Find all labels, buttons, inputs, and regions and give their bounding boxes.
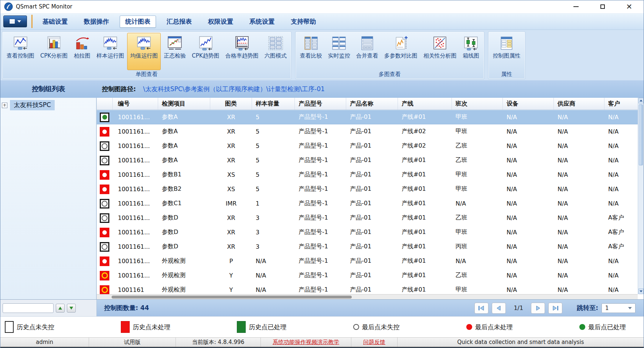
feedback-link[interactable]: 问题反馈 (351, 338, 398, 347)
scroll-down-icon[interactable] (638, 289, 644, 294)
menu-item[interactable]: 汇总报表 (161, 15, 197, 28)
column-header-status[interactable] (97, 98, 113, 110)
table-row[interactable]: 1001161... 参数D XR 3 产品型号-1 产品-01 产线#01 甲… (97, 225, 644, 240)
tree-node-root[interactable]: + 太友科技SPC (2, 100, 95, 110)
status-icon (100, 113, 109, 122)
video-tutorial-link[interactable]: 系统功能操作视频演示教学 (261, 338, 351, 347)
ribbon-button[interactable]: CPK分析图 (37, 33, 71, 70)
ribbon-button[interactable]: 合格率趋势图 (222, 33, 262, 70)
ribbon-button[interactable]: 相关性分析图 (420, 33, 460, 70)
cell-sample-size: 5 (252, 157, 295, 164)
cell-supplier: N/A (554, 214, 604, 221)
cell-sample-size: 3 (252, 243, 295, 250)
cell-device: N/A (503, 229, 554, 236)
ribbon-button[interactable]: 正态检验 (161, 33, 189, 70)
cell-item: 参数A (158, 156, 210, 164)
table-row[interactable]: 1001161... 外观检测 P N/A 产品型号-1 产品-01 产线#01… (97, 254, 644, 268)
spin-down-button[interactable] (67, 304, 76, 313)
cell-device: N/A (503, 186, 554, 193)
ribbon-button[interactable]: 实时监控 (325, 33, 353, 70)
table-footer-band: 控制图数量: 44 1/1 跳转至: 1 (97, 300, 644, 316)
table-row[interactable]: 1001161... 参数D XR 3 产品型号-1 产品-01 产线#01 乙… (97, 211, 644, 225)
ribbon-toolbar: 查看控制图 CPK分析图 柏拉图 样本运行图 均值运行图 正态检验 (0, 30, 644, 80)
column-header-line[interactable]: 产线 (398, 98, 452, 110)
maximize-button[interactable] (597, 2, 608, 11)
ribbon-group-single-view: 查看控制图 CPK分析图 柏拉图 样本运行图 均值运行图 正态检验 (2, 31, 292, 79)
menu-item[interactable]: 基础设置 (37, 15, 73, 28)
ribbon-button[interactable]: 控制图属性 (490, 33, 524, 70)
next-page-button[interactable] (531, 303, 545, 314)
ribbon-button[interactable]: 均值运行图 (127, 33, 161, 70)
cell-shift: 甲班 (452, 171, 503, 179)
horizontal-scrollbar-thumb[interactable] (112, 296, 352, 299)
table-row[interactable]: 1001161... 参数A XR 5 产品型号-1 产品-01 产线#02 甲… (97, 124, 644, 139)
cell-supplier: N/A (554, 128, 604, 135)
ribbon-button[interactable]: 六图模式 (262, 33, 290, 70)
column-header-product-model[interactable]: 产品型号 (295, 98, 346, 110)
column-header-item[interactable]: 检测项目 (158, 98, 210, 110)
status-icon (100, 170, 109, 180)
table-row[interactable]: 1001161... 参数A XR 5 产品型号-1 产品-01 产线#01 乙… (97, 153, 644, 168)
chart-button-icon (359, 35, 376, 51)
column-header-chart-type[interactable]: 图类 (210, 98, 252, 110)
table-row[interactable]: 1001161... 参数C1 IMR 1 产品型号-1 产品-01 产线#01… (97, 196, 644, 211)
spin-up-button[interactable] (56, 304, 65, 313)
column-header-supplier[interactable]: 供应商 (554, 98, 604, 110)
minimize-button[interactable] (570, 2, 582, 11)
menu-item[interactable]: 支持帮助 (285, 15, 321, 28)
ribbon-button[interactable]: 柏拉图 (71, 33, 93, 70)
cell-id: 1001161... (113, 200, 158, 207)
cell-device: N/A (503, 128, 554, 135)
first-page-button[interactable] (474, 303, 488, 314)
table-row[interactable]: 1001161... 参数A XR 5 产品型号-1 产品-01 产线#01 甲… (97, 110, 644, 124)
table-row[interactable]: 1001161... 参数A XR 5 产品型号-1 产品-01 产线#02 乙… (97, 139, 644, 153)
ribbon-button[interactable]: 查看控制图 (4, 33, 37, 70)
cell-product-model: 产品型号-1 (295, 156, 346, 164)
menu-item[interactable]: 统计图表 (120, 15, 156, 28)
table-row[interactable]: 1001161 外观检测 Y N/A 产品型号-1 产品-01 产线#01 甲班… (97, 283, 644, 294)
column-header-product-name[interactable]: 产品名称 (346, 98, 398, 110)
menu-item[interactable]: 权限设置 (202, 15, 239, 28)
jump-page-select[interactable]: 1 (602, 303, 636, 313)
menu-item[interactable]: 数据操作 (78, 15, 115, 28)
ribbon-button[interactable]: 多参数对比图 (381, 33, 420, 70)
ribbon-button[interactable]: CPK趋势图 (189, 33, 222, 70)
cell-item: 参数A (158, 142, 210, 150)
table-row[interactable]: 1001161... 参数B1 XS 5 产品型号-1 产品-01 产线#01 … (97, 168, 644, 182)
ribbon-button[interactable]: 查看比较 (297, 33, 325, 70)
ribbon-button[interactable]: 样本运行图 (93, 33, 127, 70)
path-band: 控制组列表 控制图路径: \太友科技SPC\参考案例（以工序顺序构建）\计量型检… (0, 80, 644, 98)
app-menu-button[interactable] (3, 15, 27, 27)
scroll-up-icon[interactable] (638, 98, 644, 103)
status-icon (100, 156, 109, 165)
close-button[interactable]: ✕ (624, 2, 635, 11)
column-header-shift[interactable]: 班次 (452, 98, 503, 110)
cell-device: N/A (503, 142, 554, 149)
cell-chart-type: XR (210, 142, 252, 149)
ribbon-button[interactable]: 合并查看 (353, 33, 381, 70)
table-row[interactable]: 1001161... 参数D XR 3 产品型号-1 产品-01 产线#01 丙… (97, 240, 644, 254)
status-edition-badge: 试用版 (89, 338, 176, 347)
menu-item[interactable]: 系统设置 (244, 15, 280, 28)
prev-page-button[interactable] (492, 303, 506, 314)
cell-chart-type: XR (210, 157, 252, 164)
vertical-scrollbar[interactable] (638, 98, 644, 294)
ribbon-button[interactable]: 箱线图 (460, 33, 483, 70)
legend-item: 最后点未失控 (353, 323, 400, 331)
status-user: admin (0, 338, 89, 347)
cell-sample-size: N/A (252, 258, 295, 265)
cell-product-model: 产品型号-1 (295, 286, 346, 294)
vertical-scrollbar-thumb[interactable] (639, 104, 643, 165)
table-row[interactable]: 1001161... 外观检测 Y N/A 产品型号-1 产品-01 产线#01… (97, 268, 644, 283)
last-page-button[interactable] (548, 303, 562, 314)
ribbon-group-label: 属性 (488, 70, 525, 79)
tree-expand-icon[interactable]: + (2, 103, 7, 108)
column-header-id[interactable]: 编号 (113, 98, 158, 110)
app-window: QSmart SPC Monitor ✕ 基础设置数据操作统计图表汇总报表权限设… (0, 0, 644, 348)
horizontal-scrollbar[interactable] (97, 294, 638, 299)
column-header-device[interactable]: 设备 (503, 98, 554, 110)
left-panel-input[interactable] (3, 303, 54, 313)
table-row[interactable]: 1001161... 参数B2 XS 5 产品型号-1 产品-01 产线#01 … (97, 182, 644, 196)
column-header-sample-size[interactable]: 样本容量 (252, 98, 295, 110)
control-group-tree-panel: + 太友科技SPC (0, 98, 97, 299)
